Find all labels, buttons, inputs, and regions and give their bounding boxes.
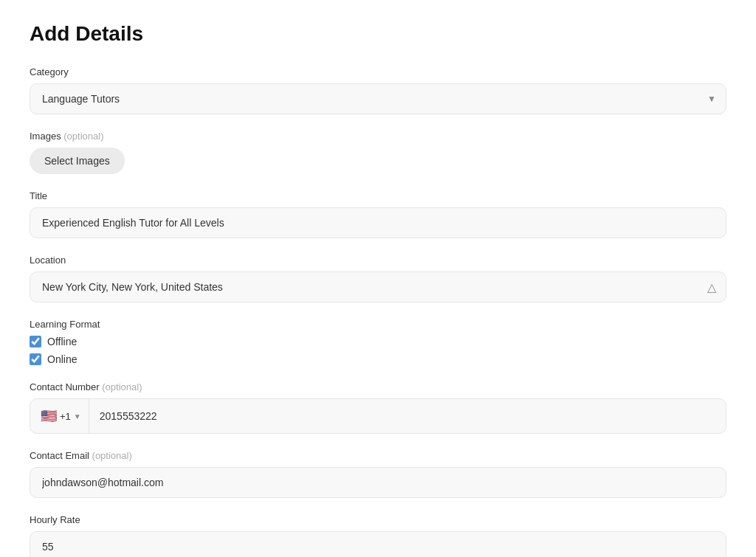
images-label: Images (optional)	[30, 131, 726, 142]
contact-email-section: Contact Email (optional)	[30, 450, 726, 498]
title-input[interactable]	[30, 207, 726, 238]
phone-input[interactable]	[89, 401, 726, 431]
country-code: +1	[60, 411, 71, 422]
location-section: Location △	[30, 255, 726, 302]
offline-checkbox[interactable]	[30, 336, 41, 347]
location-input[interactable]	[30, 271, 726, 302]
contact-number-label: Contact Number (optional)	[30, 381, 726, 392]
hourly-rate-label: Hourly Rate	[30, 514, 726, 525]
learning-format-checkboxes: Offline Online	[30, 336, 726, 365]
flag-icon: 🇺🇸	[41, 408, 57, 424]
images-section: Images (optional) Select Images	[30, 131, 726, 174]
page-title: Add Details	[30, 22, 726, 46]
online-checkbox[interactable]	[30, 353, 41, 365]
learning-format-label: Learning Format	[30, 319, 726, 330]
offline-checkbox-item[interactable]: Offline	[30, 336, 726, 347]
phone-wrapper: 🇺🇸 +1 ▼	[30, 398, 726, 434]
contact-email-input[interactable]	[30, 467, 726, 498]
location-label: Location	[30, 255, 726, 266]
contact-email-label: Contact Email (optional)	[30, 450, 726, 461]
offline-label: Offline	[47, 336, 77, 347]
phone-chevron-icon: ▼	[74, 412, 81, 421]
category-label: Category	[30, 66, 726, 77]
phone-country-button[interactable]: 🇺🇸 +1 ▼	[30, 399, 89, 433]
online-label: Online	[47, 353, 77, 365]
learning-format-section: Learning Format Offline Online	[30, 319, 726, 365]
category-section: Category Language Tutors Math Tutors Sci…	[30, 66, 726, 114]
category-select[interactable]: Language Tutors Math Tutors Science Tuto…	[30, 83, 726, 114]
online-checkbox-item[interactable]: Online	[30, 353, 726, 365]
location-wrapper: △	[30, 271, 726, 302]
hourly-rate-input[interactable]	[30, 531, 726, 557]
title-label: Title	[30, 190, 726, 201]
contact-number-section: Contact Number (optional) 🇺🇸 +1 ▼	[30, 381, 726, 434]
hourly-rate-section: Hourly Rate	[30, 514, 726, 557]
category-select-wrapper: Language Tutors Math Tutors Science Tuto…	[30, 83, 726, 114]
title-section: Title	[30, 190, 726, 238]
select-images-button[interactable]: Select Images	[30, 148, 125, 174]
